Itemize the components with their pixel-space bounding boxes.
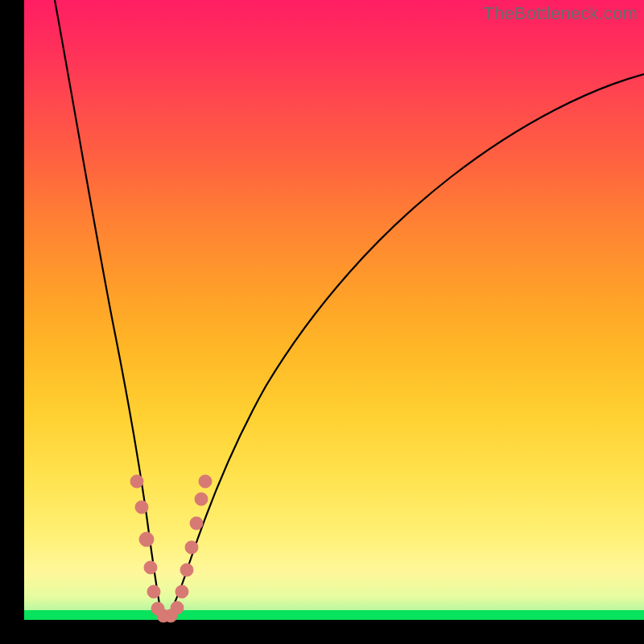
svg-point-1 [135,501,148,514]
svg-point-3 [144,561,157,574]
chart-frame: TheBottleneck.com [0,0,644,644]
svg-point-13 [195,493,208,506]
plot-area: TheBottleneck.com [24,0,644,620]
svg-point-10 [180,564,193,576]
svg-point-14 [199,475,212,488]
bottleneck-curve [24,0,644,620]
curve-right [165,74,644,618]
marker-dots [130,475,212,622]
svg-point-8 [171,601,184,614]
svg-point-0 [130,475,143,488]
svg-point-11 [185,541,198,554]
svg-point-12 [190,517,203,530]
svg-point-2 [139,532,154,547]
svg-point-9 [175,585,188,598]
curve-left [55,0,165,618]
svg-point-4 [147,585,160,598]
